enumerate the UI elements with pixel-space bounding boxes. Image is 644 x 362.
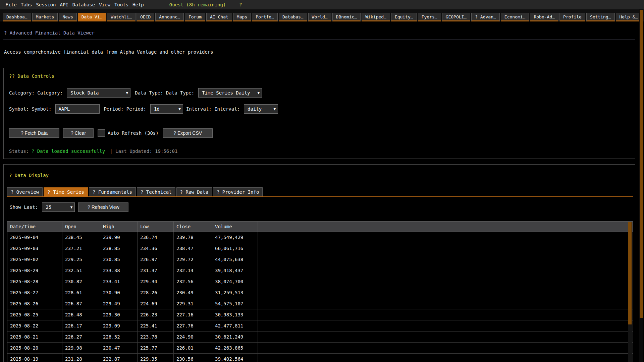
table-row[interactable]: 2025-09-03237.21238.85234.36238.4766,061… [7,243,633,254]
table-row[interactable]: 2025-08-29232.51233.38231.37232.1439,418… [7,265,633,276]
table-scrollbar-thumb[interactable] [628,222,632,324]
display-tab-bar: ? Overview? Time Series? Fundamentals? T… [7,187,633,197]
tab-geopoli[interactable]: GEOPOLI… [442,13,471,21]
column-header-high[interactable]: High [100,222,138,232]
tab-robo-ad[interactable]: Robo-Ad… [530,13,558,21]
symbol-input[interactable] [55,104,100,114]
refresh-view-button[interactable]: ? Refresh View [78,202,128,212]
display-tab-overview[interactable]: ? Overview [7,187,43,196]
show-last-dropdown[interactable]: 25 ▼ [42,202,75,212]
auto-refresh-checkbox[interactable] [98,129,105,137]
cell-close: 238.47 [174,243,212,254]
interval-dropdown[interactable]: daily ▼ [244,104,278,114]
display-tab-raw-data[interactable]: ? Raw Data [176,187,212,196]
display-tab-technical[interactable]: ? Technical [137,187,175,196]
column-header-date-time[interactable]: Date/Time [7,222,62,232]
menu-tabs[interactable]: Tabs [19,2,34,7]
tab-forum[interactable]: Forum [185,13,205,21]
menu-database[interactable]: Database [70,2,97,7]
menu-tools[interactable]: Tools [112,2,130,7]
table-row[interactable]: 2025-08-28230.82233.41229.34232.5638,074… [7,276,633,287]
display-tab-fundamentals[interactable]: ? Fundamentals [89,187,136,196]
status-label: Status: [9,148,29,154]
column-header-filler [258,222,633,232]
data-type-dropdown[interactable]: Time Series Daily ▼ [198,88,262,98]
cell-high: 226.52 [100,331,138,342]
tab-watchli[interactable]: Watchli… [107,13,136,21]
table-row[interactable]: 2025-08-22226.17229.09225.41227.7642,477… [7,320,633,331]
period-dropdown[interactable]: 1d ▼ [150,104,183,114]
table-scrollbar[interactable] [628,222,632,362]
cell-close: 230.49 [174,287,212,298]
cell-filler [258,309,633,320]
column-header-low[interactable]: Low [138,222,174,232]
cell-date-time: 2025-09-03 [7,243,62,254]
menu-view[interactable]: View [97,2,112,7]
fetch-data-button[interactable]: ? Fetch Data [9,128,59,138]
menu-api[interactable]: API [58,2,70,7]
tab-help[interactable]: Help &… [616,13,642,21]
tab-maps[interactable]: Maps [233,13,251,21]
tab-dashboa[interactable]: Dashboa… [3,13,31,21]
table-row[interactable]: 2025-08-25226.48229.30226.23227.1630,983… [7,309,633,320]
cell-date-time: 2025-08-20 [7,343,62,353]
tab-profile[interactable]: Profile [559,13,585,21]
display-tab-time-series[interactable]: ? Time Series [44,187,88,196]
clear-button[interactable]: ? Clear [63,128,94,138]
table-row[interactable]: 2025-09-04238.45239.90236.74239.7847,549… [7,232,633,243]
period-label: Period: Period: [104,106,146,112]
data-controls-heading: ?? Data Controls [9,73,630,79]
tab-data-vi[interactable]: Data Vi… [78,13,106,21]
table-row[interactable]: 2025-08-27228.61230.90228.26230.4931,259… [7,287,633,298]
table-row[interactable]: 2025-08-20229.98230.47225.77226.0142,263… [7,343,633,354]
tab-advan[interactable]: ? Advan… [471,13,500,21]
interval-value: daily [248,106,262,112]
help-icon[interactable]: ? [239,2,242,7]
cell-high: 230.47 [100,343,138,353]
tab-ai-chat[interactable]: AI Chat [206,13,232,21]
tab-setting[interactable]: Setting… [586,13,615,21]
table-row[interactable]: 2025-08-19231.28232.87229.35230.5639,402… [7,354,633,362]
cell-open: 237.21 [62,243,100,254]
cell-low: 228.26 [138,287,174,298]
tab-announc[interactable]: Announc… [155,13,184,21]
cell-close: 232.56 [174,276,212,287]
cell-close: 229.72 [174,254,212,265]
window-scrollbar-thumb[interactable] [640,10,643,318]
tab-economi[interactable]: Economi… [501,13,529,21]
tab-fyers[interactable]: Fyers… [418,13,441,21]
category-dropdown[interactable]: Stock Data ▼ [67,88,130,98]
cell-close: 227.16 [174,309,212,320]
tab-wikiped[interactable]: Wikiped… [362,13,390,21]
menu-session[interactable]: Session [34,2,58,7]
menu-file[interactable]: File [3,2,19,7]
cell-close: 227.76 [174,320,212,331]
actions-row: ? Fetch Data ? Clear Auto Refresh (30s) … [9,128,630,138]
tab-dbnomic[interactable]: DBnomic… [332,13,361,21]
tab-world[interactable]: World… [308,13,331,21]
display-tab-provider-info[interactable]: ? Provider Info [213,187,263,196]
table-row[interactable]: 2025-09-02229.25230.85226.97229.7244,075… [7,254,633,265]
tab-markets[interactable]: Markets [32,13,58,21]
window-scrollbar[interactable] [639,9,643,362]
tab-portfo[interactable]: Portfo… [252,13,278,21]
tab-equity[interactable]: Equity… [391,13,417,21]
tab-news[interactable]: News [59,13,76,21]
column-header-close[interactable]: Close [174,222,212,232]
cell-low: 225.77 [138,343,174,353]
cell-high: 233.38 [100,265,138,276]
table-row[interactable]: 2025-08-21226.27226.52223.78224.9030,621… [7,331,633,343]
column-header-open[interactable]: Open [62,222,100,232]
cell-date-time: 2025-08-22 [7,320,62,331]
cell-high: 229.30 [100,309,138,320]
column-header-volume[interactable]: Volume [212,222,258,232]
cell-high: 230.85 [100,254,138,265]
tab-oecd[interactable]: OECD [137,13,154,21]
status-message: ? Data loaded successfully [32,148,105,154]
cell-low: 236.74 [138,232,174,243]
table-row[interactable]: 2025-08-26226.87229.49224.69229.3154,575… [7,298,633,309]
export-csv-button[interactable]: ? Export CSV [163,128,213,138]
tab-databas[interactable]: Databas… [279,13,307,21]
cell-filler [258,354,633,362]
menu-help[interactable]: Help [130,2,146,7]
